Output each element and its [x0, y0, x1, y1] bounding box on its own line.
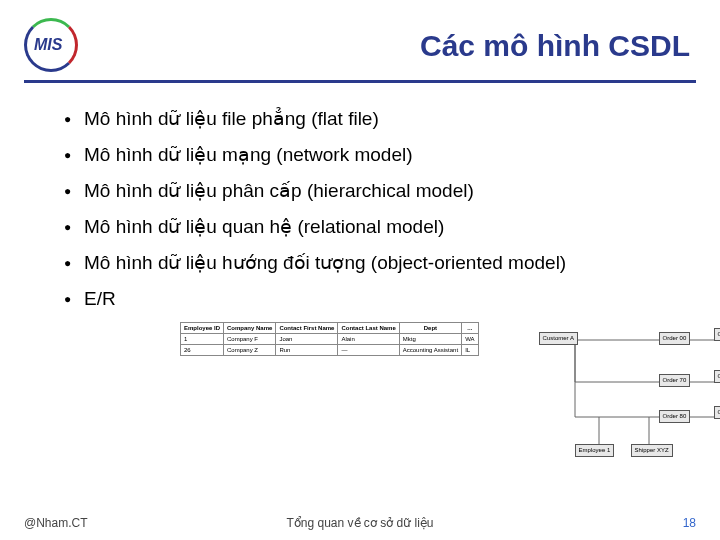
node-detail: Order Detail Product X [714, 328, 720, 341]
table-cell: — [338, 345, 399, 356]
table-header: Contact Last Name [338, 323, 399, 334]
slide-title: Các mô hình CSDL [80, 29, 696, 63]
table-cell: Company F [224, 334, 276, 345]
list-item: E/R [64, 281, 696, 317]
table-cell: Alain [338, 334, 399, 345]
node-shipper: Shipper XYZ [631, 444, 673, 457]
slide-header: MIS Các mô hình CSDL [24, 18, 696, 83]
page-number: 18 [683, 516, 696, 530]
table-cell: 1 [181, 334, 224, 345]
table-cell: WA [462, 334, 478, 345]
node-order: Order 80 [659, 410, 691, 423]
table-row: 1 Company F Joan Alain Mktg WA [181, 334, 479, 345]
list-item: Mô hình dữ liệu quan hệ (relational mode… [64, 209, 696, 245]
network-diagram: Customer A Order 00 Order 70 Order 80 Or… [539, 322, 720, 462]
footer-title: Tổng quan về cơ sở dữ liệu [24, 516, 696, 530]
list-item: Mô hình dữ liệu mạng (network model) [64, 137, 696, 173]
mis-logo: MIS [24, 18, 80, 74]
slide: MIS Các mô hình CSDL Mô hình dữ liệu fil… [0, 0, 720, 540]
logo-text: MIS [34, 36, 62, 54]
table-header: Contact First Name [276, 323, 338, 334]
node-order: Order 70 [659, 374, 691, 387]
table-cell: Mktg [399, 334, 461, 345]
table-cell: 26 [181, 345, 224, 356]
table-header: Employee ID [181, 323, 224, 334]
node-detail: Order Detail: 1 (Each) [714, 370, 720, 383]
node-detail: Order Delay Product 32 [714, 406, 720, 419]
table-cell: Run [276, 345, 338, 356]
table-cell: IL [462, 345, 478, 356]
list-item: Mô hình dữ liệu phân cấp (hierarchical m… [64, 173, 696, 209]
node-employee: Employee 1 [575, 444, 615, 457]
diagram-row: Employee ID Company Name Contact First N… [180, 322, 720, 462]
table-cell: Joan [276, 334, 338, 345]
table-header: Company Name [224, 323, 276, 334]
table-row: 26 Company Z Run — Accounting Assistant … [181, 345, 479, 356]
table-cell: Accounting Assistant [399, 345, 461, 356]
flat-file-table: Employee ID Company Name Contact First N… [180, 322, 479, 356]
footer-author: @Nham.CT [24, 516, 88, 530]
table-cell: Company Z [224, 345, 276, 356]
list-item: Mô hình dữ liệu hướng đối tượng (object-… [64, 245, 696, 281]
table-row: Employee ID Company Name Contact First N… [181, 323, 479, 334]
list-item: Mô hình dữ liệu file phẳng (flat file) [64, 101, 696, 137]
table-header: Dept [399, 323, 461, 334]
bullet-list: Mô hình dữ liệu file phẳng (flat file) M… [24, 101, 696, 318]
table-header: ... [462, 323, 478, 334]
node-order: Order 00 [659, 332, 691, 345]
slide-footer: @Nham.CT Tổng quan về cơ sở dữ liệu 18 [24, 516, 696, 530]
node-customer: Customer A [539, 332, 578, 345]
